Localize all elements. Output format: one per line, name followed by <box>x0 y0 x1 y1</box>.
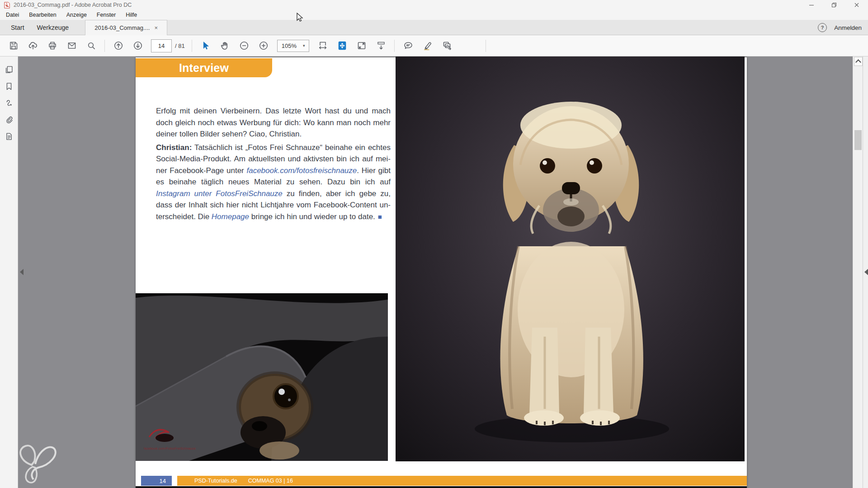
zoom-level-value: 105% <box>282 42 297 49</box>
chevron-up-icon <box>855 59 861 65</box>
vertical-scrollbar[interactable] <box>853 56 863 488</box>
tab-start[interactable]: Start <box>5 20 31 35</box>
tab-bar: Start Werkzeuge 2016-03_Commag.... × <box>0 20 868 35</box>
interview-text: Erfolg mit deinen Vierbeinern. Das letzt… <box>156 105 391 222</box>
end-mark: ■ <box>375 213 382 221</box>
answer-segment: bringe ich hin und wieder up to date. <box>249 212 375 221</box>
menu-bar: Datei Bearbeiten Anzeige Fenster Hilfe <box>0 10 868 20</box>
fit-width-icon[interactable] <box>316 40 329 52</box>
scroll-up-button[interactable] <box>854 57 863 66</box>
search-icon[interactable] <box>85 40 97 52</box>
menu-fenster[interactable]: Fenster <box>97 12 116 18</box>
zoom-level-select[interactable]: 105% ▾ <box>277 40 310 52</box>
photo-fluffy-dog <box>396 56 745 461</box>
facebook-link[interactable]: facebook.com/fotosfreischnauze <box>246 166 357 175</box>
bookmarks-icon[interactable] <box>3 80 15 92</box>
close-icon[interactable] <box>845 0 868 10</box>
interview-question: Erfolg mit deinen Vierbeinern. Das letzt… <box>156 105 391 140</box>
attachments-icon[interactable] <box>3 114 15 126</box>
page-thumbnails-icon[interactable] <box>3 64 15 75</box>
acrobat-window: 2016-03_Commag.pdf - Adobe Acrobat Pro D… <box>0 0 868 488</box>
print-icon[interactable] <box>46 40 58 52</box>
restore-icon[interactable] <box>823 0 845 10</box>
comment-icon[interactable] <box>402 40 414 52</box>
select-tool-icon[interactable] <box>199 40 212 52</box>
previous-page-icon[interactable] <box>112 40 124 52</box>
zoom-in-icon[interactable] <box>258 40 270 52</box>
homepage-link[interactable]: Homepage <box>212 212 249 221</box>
pdf-page: Interview Erfolg mit deinen Vierbeinern.… <box>136 57 747 488</box>
share-icon[interactable] <box>441 40 453 52</box>
interview-answer: Christian: Tatsächlich ist „Fotos Frei S… <box>156 142 391 223</box>
speaker-label: Christian: <box>156 143 192 152</box>
right-panel-collapse-handle[interactable] <box>864 269 868 275</box>
signin-button[interactable]: Anmelden <box>834 24 862 31</box>
menu-anzeige[interactable]: Anzeige <box>66 12 87 18</box>
collapse-toolbar-icon[interactable] <box>375 40 387 52</box>
photo-dog-under-blanket: facebook.com/FotosFreiSchnauze <box>136 293 388 461</box>
cloud-upload-icon[interactable] <box>27 40 39 52</box>
highlight-icon[interactable] <box>421 40 434 52</box>
psd-tutorials-watermark-logo <box>16 441 60 486</box>
footer-page-number-text: 14 <box>160 478 166 484</box>
next-image-strip <box>136 486 747 488</box>
toolbar-separator <box>104 40 105 52</box>
mouse-cursor <box>296 13 304 23</box>
page-number-input[interactable] <box>151 39 172 52</box>
menu-hilfe[interactable]: Hilfe <box>126 12 137 18</box>
fit-page-icon[interactable] <box>336 40 348 52</box>
page-count-label: / 81 <box>175 42 185 49</box>
right-panel-strip <box>863 56 868 488</box>
acrobat-pdf-app-icon <box>4 2 10 9</box>
fullscreen-icon[interactable] <box>355 40 368 52</box>
section-banner: Interview <box>136 58 272 77</box>
tab-close-icon[interactable]: × <box>154 25 158 31</box>
zoom-out-icon[interactable] <box>238 40 250 52</box>
toolbar: / 81 105% ▾ <box>0 35 868 56</box>
instagram-link[interactable]: Instagram unter FotosFreiSchnauze <box>156 189 283 198</box>
minimize-icon[interactable] <box>800 0 823 10</box>
navigation-sidebar <box>0 56 18 488</box>
tab-werkzeuge[interactable]: Werkzeuge <box>31 20 75 35</box>
next-page-icon[interactable] <box>132 40 144 52</box>
toolbar-separator <box>394 40 395 52</box>
footer-brand-text: PSD-Tutorials.de <box>194 478 237 484</box>
signin-area: ? Anmelden <box>818 20 862 35</box>
menu-bearbeiten[interactable]: Bearbeiten <box>29 12 56 18</box>
page-footer-bar: PSD-Tutorials.de COMMAG 03 | 16 <box>177 476 747 486</box>
content-icon[interactable] <box>3 131 15 142</box>
toolbar-separator <box>486 40 486 52</box>
window-title: 2016-03_Commag.pdf - Adobe Acrobat Pro D… <box>14 2 132 8</box>
sidebar-collapse-handle[interactable] <box>20 269 24 275</box>
help-icon[interactable]: ? <box>818 23 827 32</box>
signatures-icon[interactable] <box>3 97 15 109</box>
page-footer-number: 14 <box>141 476 172 486</box>
scrollbar-thumb[interactable] <box>854 130 862 150</box>
menu-datei[interactable]: Datei <box>6 12 19 18</box>
photo-watermark-text: facebook.com/FotosFreiSchnauze <box>144 447 196 450</box>
toolbar-separator <box>192 40 192 52</box>
document-area: Interview Erfolg mit deinen Vierbeinern.… <box>0 56 868 488</box>
document-tab-label: 2016-03_Commag.... <box>94 24 150 31</box>
hand-tool-icon[interactable] <box>219 40 231 52</box>
section-banner-label: Interview <box>179 61 229 75</box>
chevron-down-icon: ▾ <box>303 43 305 48</box>
footer-issue-text: COMMAG 03 | 16 <box>248 478 293 484</box>
email-icon[interactable] <box>66 40 78 52</box>
tab-document[interactable]: 2016-03_Commag.... × <box>85 20 167 35</box>
save-icon[interactable] <box>7 40 19 52</box>
title-bar: 2016-03_Commag.pdf - Adobe Acrobat Pro D… <box>0 0 868 10</box>
